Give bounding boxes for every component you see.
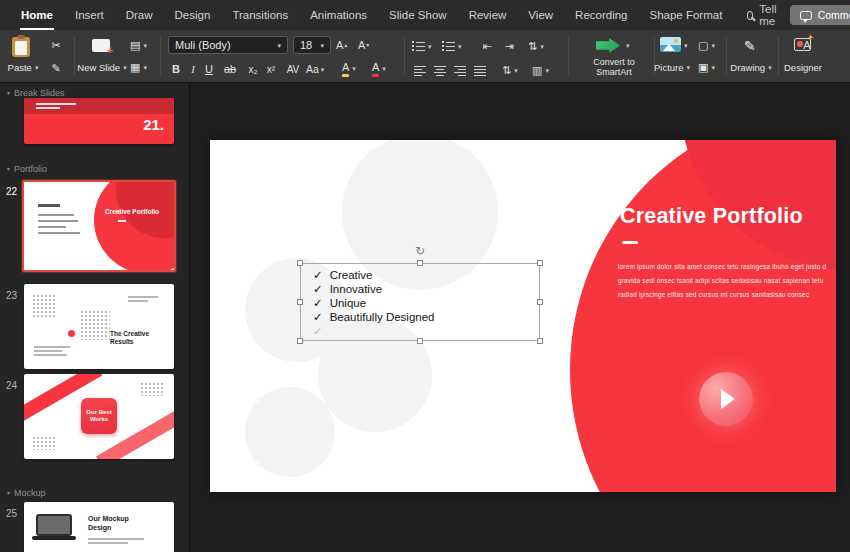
menu-animations[interactable]: Animations	[299, 0, 378, 30]
new-slide-icon[interactable]: +	[92, 39, 110, 52]
strikethrough-button[interactable]: ab	[220, 60, 240, 78]
arrange-button[interactable]: ▣ ▾	[698, 58, 715, 76]
reset-layout-button[interactable]: ▦ ▾	[130, 58, 147, 76]
menu-view[interactable]: View	[517, 0, 564, 30]
change-case-label: Aa	[306, 63, 319, 75]
checklist-empty-item[interactable]: ✓	[313, 324, 434, 338]
shrink-font-button[interactable]: A ▾	[358, 36, 369, 54]
drawing-button[interactable]: Drawing ▾	[726, 62, 776, 73]
picture-button[interactable]: Picture ▾	[650, 62, 694, 73]
text-vertical-button[interactable]: ⇅ ▾	[502, 61, 518, 79]
text-direction-icon: ▥	[532, 64, 542, 77]
section-mockup[interactable]: ▾ Mockup	[7, 488, 46, 498]
bullets-button[interactable]: ▾	[412, 37, 432, 55]
section-break-slides[interactable]: ▾ Break Slides	[7, 88, 65, 98]
change-case-button[interactable]: Aa ▾	[306, 60, 324, 78]
bold-button[interactable]: B	[168, 60, 184, 78]
selected-text-box[interactable]: ↻ ✓ Creative ✓ Innovative	[300, 263, 540, 341]
play-button[interactable]	[699, 372, 753, 426]
resize-handle-s[interactable]	[417, 338, 423, 344]
align-center-button[interactable]	[432, 61, 448, 79]
checklist-item[interactable]: ✓ Unique	[313, 296, 434, 310]
font-size-select[interactable]: 18 ▾	[293, 36, 331, 54]
slide-thumbnail-25[interactable]: Our Mockup Design	[24, 502, 174, 552]
designer-icon[interactable]: ✦	[794, 38, 811, 51]
align-right-button[interactable]	[452, 61, 468, 79]
chevron-down-icon: ▾	[768, 64, 772, 71]
font-name-value: Muli (Body)	[175, 39, 231, 51]
format-painter-button[interactable]: ✎	[48, 59, 64, 77]
menu-draw[interactable]: Draw	[115, 0, 164, 30]
menu-review[interactable]: Review	[458, 0, 518, 30]
increase-indent-icon: ⇥	[504, 40, 513, 53]
shapes-button[interactable]: ▢ ▾	[698, 36, 715, 54]
picture-icon[interactable]	[660, 37, 681, 52]
menu-transitions[interactable]: Transitions	[221, 0, 299, 30]
comments-button[interactable]: Comments	[790, 5, 850, 25]
cut-button[interactable]: ✂	[48, 36, 64, 54]
slide-title[interactable]: Creative Portfolio	[620, 204, 803, 229]
justify-button[interactable]	[472, 61, 488, 79]
font-name-select[interactable]: Muli (Body) ▾	[168, 36, 288, 54]
editing-canvas[interactable]: Creative Portfolio lorem ipsum dolor sit…	[191, 84, 850, 552]
resize-handle-w[interactable]	[297, 299, 303, 305]
slide-thumbnail-24[interactable]: Our Best Works	[24, 374, 174, 459]
comment-bubble-icon	[800, 11, 812, 20]
resize-handle-n[interactable]	[417, 260, 423, 266]
menu-design[interactable]: Design	[164, 0, 222, 30]
convert-smartart-button[interactable]: Convert to SmartArt	[576, 57, 652, 77]
decrease-indent-button[interactable]: ⇤	[478, 37, 496, 55]
new-slide-button[interactable]: New Slide ▾	[72, 62, 132, 73]
slide-thumbnail-23[interactable]: The Creative Results	[24, 284, 174, 369]
slide-thumbnail-21[interactable]: 21.	[24, 98, 174, 144]
decorative-text-lines	[88, 538, 148, 546]
italic-button[interactable]: I	[186, 60, 200, 78]
menu-recording[interactable]: Recording	[564, 0, 638, 30]
character-spacing-button[interactable]: AV	[282, 60, 304, 78]
chevron-down-icon: ▾	[626, 42, 630, 49]
chevron-down-icon: ▾	[321, 66, 325, 73]
resize-handle-se[interactable]	[537, 338, 543, 344]
increase-indent-button[interactable]: ⇥	[500, 37, 518, 55]
drawing-pen-icon[interactable]: ✎	[744, 38, 756, 54]
resize-handle-sw[interactable]	[297, 338, 303, 344]
checklist-item[interactable]: ✓ Innovative	[313, 282, 434, 296]
superscript-button[interactable]: x²	[262, 60, 280, 78]
menu-slide-show[interactable]: Slide Show	[378, 0, 458, 30]
paste-icon[interactable]	[12, 37, 30, 57]
slide-thumbnail-22-selected[interactable]: Creative Portfolio	[22, 180, 176, 272]
chevron-down-icon: ▾	[458, 43, 462, 50]
character-spacing-label: AV	[287, 64, 300, 75]
menu-shape-format[interactable]: Shape Format	[639, 0, 734, 30]
tell-me-button[interactable]: Tell me	[737, 3, 789, 27]
menu-home[interactable]: Home	[10, 0, 64, 30]
checklist-item[interactable]: ✓ Beautifully Designed	[313, 310, 434, 324]
rotate-handle[interactable]: ↻	[415, 245, 425, 257]
check-icon: ✓	[313, 324, 323, 338]
section-portfolio[interactable]: ▾ Portfolio	[7, 164, 47, 174]
resize-handle-e[interactable]	[537, 299, 543, 305]
designer-button[interactable]: Designer	[780, 62, 826, 73]
slide-body-text[interactable]: lorem ipsum dolor sita amet consec tetu …	[618, 260, 833, 303]
grow-font-button[interactable]: A ▴	[336, 36, 347, 54]
font-color-button[interactable]: A ▾	[372, 59, 386, 77]
line-spacing-button[interactable]: ⇅ ▾	[528, 37, 544, 55]
text-direction-button[interactable]: ▥ ▾	[532, 61, 549, 79]
menu-insert[interactable]: Insert	[64, 0, 115, 30]
checklist[interactable]: ✓ Creative ✓ Innovative ✓ Unique ✓ Beaut…	[313, 268, 434, 338]
paste-button[interactable]: Paste ▾	[0, 62, 46, 73]
underline-button[interactable]: U	[202, 60, 216, 78]
subscript-button[interactable]: x₂	[244, 60, 262, 78]
arrange-icon: ▣	[698, 61, 708, 74]
checklist-item-label: Beautifully Designed	[330, 311, 435, 323]
slide-editor[interactable]: Creative Portfolio lorem ipsum dolor sit…	[210, 140, 836, 492]
layout-button[interactable]: ▤ ▾	[130, 36, 147, 54]
highlight-color-button[interactable]: A ▾	[342, 59, 356, 77]
resize-handle-nw[interactable]	[297, 260, 303, 266]
checklist-item[interactable]: ✓ Creative	[313, 268, 434, 282]
align-left-button[interactable]	[412, 61, 428, 79]
checklist-item-label: Innovative	[330, 283, 382, 295]
numbering-button[interactable]: ▾	[442, 37, 462, 55]
resize-handle-ne[interactable]	[537, 260, 543, 266]
tell-me-label: Tell me	[759, 3, 779, 27]
